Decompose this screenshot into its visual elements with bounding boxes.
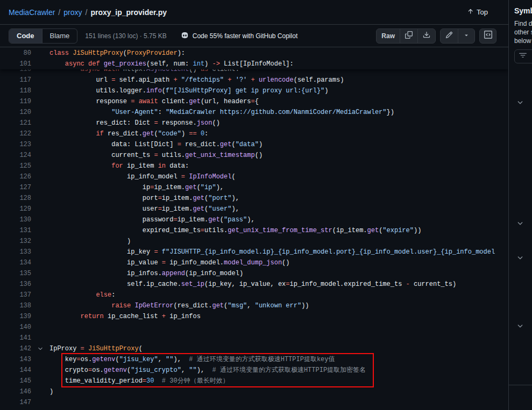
toolbar-actions: Raw [376,28,496,44]
fold-spacer [31,96,49,107]
line-number[interactable]: 133 [0,247,31,257]
line-number[interactable]: 119 [0,96,31,107]
back-to-top-button[interactable]: Top [467,8,488,17]
breadcrumb-repo-link[interactable]: MediaCrawler [9,8,55,17]
symbols-panel-toggle-button[interactable] [479,28,496,44]
code-line: 121 res_dict: Dict = response.json() [0,118,508,128]
line-number[interactable]: 147 [0,397,31,408]
copilot-banner[interactable]: Code 55% faster with GitHub Copilot [181,31,297,41]
line-number[interactable]: 101 [0,59,31,69]
copy-icon [405,31,413,41]
line-number[interactable]: 121 [0,118,31,128]
line-number[interactable]: 136 [0,279,31,290]
file-view-column: MediaCrawler / proxy / proxy_ip_provider… [0,0,508,410]
line-number[interactable]: 142 [0,343,31,354]
fold-spacer [31,333,49,343]
code-text: class JiSuHttpProxy(ProxyProvider): [49,48,508,59]
line-number[interactable]: 140 [0,322,31,333]
code-text: ip_value = ip_info_model.model_dump_json… [49,257,508,268]
code-text: ip_infos.append(ip_info_model) [49,268,508,279]
code-line: 146) [0,386,508,397]
code-line: 141 [0,333,508,343]
line-number[interactable]: 123 [0,139,31,150]
line-number[interactable]: 124 [0,150,31,161]
fold-spacer [31,247,49,257]
line-number[interactable]: 118 [0,85,31,96]
download-raw-button[interactable] [417,29,435,43]
symbols-panel-description: Find definitions and references for func… [509,15,532,45]
line-number[interactable]: 138 [0,300,31,311]
symbol-group-chevron-down-icon[interactable] [516,220,525,228]
line-number[interactable]: 125 [0,161,31,171]
symbols-panel-icon [484,31,492,41]
chevron-down-icon [463,31,470,41]
symbol-group-chevron-down-icon[interactable] [516,99,525,107]
code-text: ) [49,236,508,247]
line-number[interactable]: 129 [0,204,31,214]
code-line: 135 ip_infos.append(ip_info_model) [0,268,508,279]
line-number[interactable]: 131 [0,225,31,236]
code-text [49,333,508,343]
fold-spacer [31,182,49,193]
line-number[interactable]: 143 [0,354,31,365]
fold-spacer [31,171,49,182]
line-number[interactable]: 139 [0,311,31,322]
line-number[interactable]: 144 [0,365,31,376]
copy-raw-button[interactable] [400,29,417,43]
symbol-group-chevron-down-icon[interactable] [516,322,525,331]
line-number[interactable]: 126 [0,171,31,182]
code-line: 133 ip_key = f"JISUHTTP_{ip_info_model.i… [0,247,508,257]
symbol-group-chevron-down-icon[interactable] [516,254,525,263]
fold-spacer [31,150,49,161]
code-text: port=ip_item.get("port"), [49,193,508,204]
tab-blame[interactable]: Blame [42,29,77,43]
fold-spacer [31,386,49,397]
code-text: if res_dict.get("code") == 0: [49,128,508,139]
edit-options-button[interactable] [458,29,474,43]
line-number[interactable]: 128 [0,193,31,204]
code-line: 144 crypto=os.getenv("jisu_crypto", ""),… [0,365,508,376]
line-number[interactable]: 135 [0,268,31,279]
code-line: 80class JiSuHttpProxy(ProxyProvider): [0,48,508,59]
code-text: utils.logger.info(f"[JiSuHttpProxy] get … [49,85,508,96]
tab-code[interactable]: Code [9,29,42,43]
fold-spacer [31,300,49,311]
line-number[interactable]: 80 [0,48,31,59]
symbols-description-line: other symbols in this file by clicking a… [514,28,532,37]
line-number[interactable]: 130 [0,214,31,225]
line-number[interactable]: 137 [0,290,31,300]
line-number[interactable]: 146 [0,386,31,397]
line-number[interactable]: 145 [0,376,31,386]
back-to-top-label: Top [477,8,488,16]
code-text: crypto=os.getenv("jisu_crypto", ""), # 通… [49,365,508,376]
code-text: self.ip_cache.set_ip(ip_key, ip_value, e… [49,279,508,290]
line-number[interactable]: 134 [0,257,31,268]
copilot-icon [181,31,189,41]
code-text: for ip_item in data: [49,161,508,171]
code-text: async def get_proxies(self, num: int) ->… [49,59,508,69]
line-number[interactable]: 132 [0,236,31,247]
fold-spacer [31,290,49,300]
filter-symbols-input[interactable] [514,49,532,63]
fold-spacer [31,161,49,171]
line-number[interactable]: 120 [0,107,31,118]
code-text: time_validity_period=30 # 30分钟（最长时效） [49,376,508,386]
line-number[interactable]: 127 [0,182,31,193]
code-line: 142IpProxy = JiSuHttpProxy( [0,343,508,354]
code-line: 145 time_validity_period=30 # 30分钟（最长时效） [0,376,508,386]
file-meta-info: 151 lines (130 loc) · 5.75 KB [85,32,166,40]
edit-file-button[interactable] [441,29,458,43]
breadcrumb-folder-link[interactable]: proxy [63,8,82,17]
breadcrumb-separator: / [58,8,60,17]
raw-copy-download-group: Raw [376,28,436,44]
fold-spacer [31,311,49,322]
raw-button[interactable]: Raw [377,29,400,43]
line-number[interactable]: 122 [0,128,31,139]
code-text: "User-Agent": "MediaCrawler https://gith… [49,107,508,118]
line-number[interactable]: 117 [0,75,31,85]
fold-spacer [31,128,49,139]
fold-spacer [31,107,49,118]
code-text: return ip_cache_list + ip_infos [49,311,508,322]
fold-chevron-icon[interactable] [31,343,49,354]
line-number[interactable]: 141 [0,333,31,343]
